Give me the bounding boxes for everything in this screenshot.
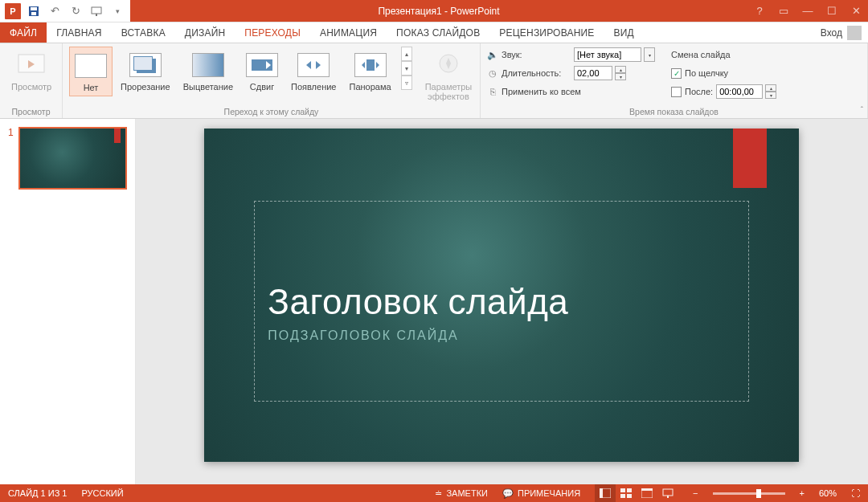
slide-title-text[interactable]: Заголовок слайда	[268, 282, 735, 322]
after-input[interactable]	[716, 84, 763, 99]
svg-rect-2	[31, 12, 36, 15]
close-icon[interactable]: ✕	[844, 0, 868, 22]
after-up-icon[interactable]: ▴	[765, 84, 776, 92]
slide-canvas[interactable]: Заголовок слайда ПОДЗАГОЛОВОК СЛАЙДА	[204, 129, 799, 462]
transition-split-label: Панорама	[349, 82, 391, 92]
save-icon[interactable]	[24, 2, 43, 21]
svg-rect-24	[663, 489, 673, 496]
qat-customize-icon[interactable]: ▾	[108, 2, 127, 21]
comments-icon: 💬	[502, 488, 514, 499]
notes-label: ЗАМЕТКИ	[446, 488, 488, 498]
effect-options-button[interactable]: Параметры эффектов	[420, 47, 477, 104]
duration-input[interactable]	[574, 66, 612, 80]
duration-icon: ◷	[487, 67, 498, 79]
timing-right: Смена слайда ✓ По щелчку После: ▴▾	[671, 47, 776, 100]
ribbon-tabs: ФАЙЛ ГЛАВНАЯ ВСТАВКА ДИЗАЙН ПЕРЕХОДЫ АНИ…	[0, 22, 868, 43]
slide-subtitle-text[interactable]: ПОДЗАГОЛОВОК СЛАЙДА	[268, 329, 735, 343]
view-sorter-icon[interactable]	[616, 484, 637, 502]
group-transitions: Нет Прорезание Выцветание Сдвиг Появлени…	[63, 43, 481, 118]
group-preview-label: Просмотр	[0, 107, 62, 116]
minimize-icon[interactable]: —	[796, 0, 820, 22]
notes-icon: ≐	[435, 488, 442, 499]
transition-wipe-label: Появление	[291, 82, 336, 92]
tab-transitions[interactable]: ПЕРЕХОДЫ	[235, 22, 310, 43]
transition-split[interactable]: Панорама	[344, 47, 395, 95]
title-placeholder[interactable]: Заголовок слайда ПОДЗАГОЛОВОК СЛАЙДА	[254, 201, 749, 402]
tab-design[interactable]: ДИЗАЙН	[175, 22, 235, 43]
transition-fade[interactable]: Выцветание	[178, 47, 238, 95]
after-checkbox[interactable]	[671, 87, 682, 97]
svg-rect-25	[667, 496, 669, 498]
svg-marker-13	[376, 62, 379, 68]
maximize-icon[interactable]: ☐	[820, 0, 844, 22]
gallery-up-icon[interactable]: ▴	[401, 47, 412, 61]
window-controls: ? ▭ — ☐ ✕	[747, 0, 868, 22]
tab-view[interactable]: ВИД	[604, 22, 644, 43]
view-reading-icon[interactable]	[637, 484, 657, 502]
status-slide-count[interactable]: СЛАЙД 1 ИЗ 1	[8, 488, 67, 498]
transition-push-icon	[246, 50, 278, 80]
sound-select[interactable]	[574, 47, 641, 62]
status-bar: СЛАЙД 1 ИЗ 1 РУССКИЙ ≐ ЗАМЕТКИ 💬 ПРИМЕЧА…	[0, 484, 868, 502]
tab-animations[interactable]: АНИМАЦИЯ	[310, 22, 387, 43]
tab-review[interactable]: РЕЦЕНЗИРОВАНИЕ	[489, 22, 604, 43]
undo-icon[interactable]: ↶	[45, 2, 64, 21]
transition-none-icon	[75, 51, 107, 81]
redo-icon[interactable]: ↻	[66, 2, 85, 21]
view-buttons	[595, 484, 678, 502]
zoom-slider[interactable]	[713, 492, 785, 495]
thumb-item[interactable]: 1	[8, 127, 127, 190]
tab-file[interactable]: ФАЙЛ	[0, 22, 47, 43]
svg-marker-12	[362, 62, 365, 68]
transitions-gallery: Нет Прорезание Выцветание Сдвиг Появлени…	[69, 47, 412, 96]
svg-rect-4	[96, 14, 97, 16]
svg-rect-23	[641, 488, 653, 491]
gallery-down-icon[interactable]: ▾	[401, 61, 412, 76]
transition-wipe[interactable]: Появление	[286, 47, 341, 95]
app-icon[interactable]: P	[3, 2, 23, 21]
on-click-checkbox[interactable]: ✓	[671, 68, 682, 79]
after-down-icon[interactable]: ▾	[765, 92, 776, 99]
sound-dropdown-icon[interactable]: ▾	[644, 47, 655, 62]
svg-rect-1	[31, 7, 37, 10]
transition-split-icon	[354, 50, 387, 80]
collapse-ribbon-icon[interactable]: ˆ	[861, 106, 863, 115]
gallery-more-icon[interactable]: ▿	[401, 76, 412, 90]
view-normal-icon[interactable]	[595, 484, 616, 502]
status-language[interactable]: РУССКИЙ	[81, 488, 123, 498]
notes-button[interactable]: ≐ ЗАМЕТКИ	[435, 488, 488, 499]
duration-up-icon[interactable]: ▴	[615, 66, 626, 73]
transition-none[interactable]: Нет	[69, 47, 113, 96]
transition-push-label: Сдвиг	[250, 82, 274, 92]
start-slideshow-icon[interactable]	[87, 2, 106, 21]
zoom-value[interactable]: 60%	[819, 488, 837, 498]
ribbon-display-icon[interactable]: ▭	[772, 0, 796, 22]
svg-rect-20	[620, 494, 625, 498]
duration-down-icon[interactable]: ▾	[615, 73, 626, 80]
group-transitions-label: Переход к этому слайду	[63, 107, 480, 116]
transition-push[interactable]: Сдвиг	[241, 47, 283, 95]
workarea: 1 Заголовок слайда ПОДЗАГОЛОВОК СЛАЙДА	[0, 119, 868, 484]
zoom-thumb[interactable]	[756, 489, 761, 498]
titlebar: P ↶ ↻ ▾ Презентация1 - PowerPoint ? ▭ — …	[0, 0, 868, 22]
group-timing: 🔈 Звук: ▾ ◷ Длительность: ▴▾ ⎘ Применить…	[481, 43, 868, 118]
tab-insert[interactable]: ВСТАВКА	[112, 22, 175, 43]
apply-all-button[interactable]: Применить ко всем	[502, 87, 581, 96]
transition-fade-label: Выцветание	[183, 82, 233, 92]
zoom-in-icon[interactable]: +	[800, 488, 805, 498]
view-slideshow-icon[interactable]	[657, 484, 678, 502]
ribbon: Просмотр Просмотр Нет Прорезание Выцвета…	[0, 43, 868, 119]
transition-cut[interactable]: Прорезание	[116, 47, 175, 95]
tab-slideshow[interactable]: ПОКАЗ СЛАЙДОВ	[387, 22, 489, 43]
help-icon[interactable]: ?	[747, 0, 772, 22]
thumb-preview[interactable]	[18, 127, 127, 190]
fit-window-icon[interactable]: ⛶	[851, 488, 860, 498]
zoom-out-icon[interactable]: −	[693, 488, 698, 498]
effect-options-icon	[432, 50, 465, 80]
signin-button[interactable]: Вход	[814, 22, 868, 43]
preview-button[interactable]: Просмотр	[6, 47, 56, 95]
comments-button[interactable]: 💬 ПРИМЕЧАНИЯ	[502, 488, 580, 499]
sound-label: Звук:	[502, 50, 571, 59]
tab-home[interactable]: ГЛАВНАЯ	[47, 22, 111, 43]
transition-fade-icon	[192, 50, 224, 80]
